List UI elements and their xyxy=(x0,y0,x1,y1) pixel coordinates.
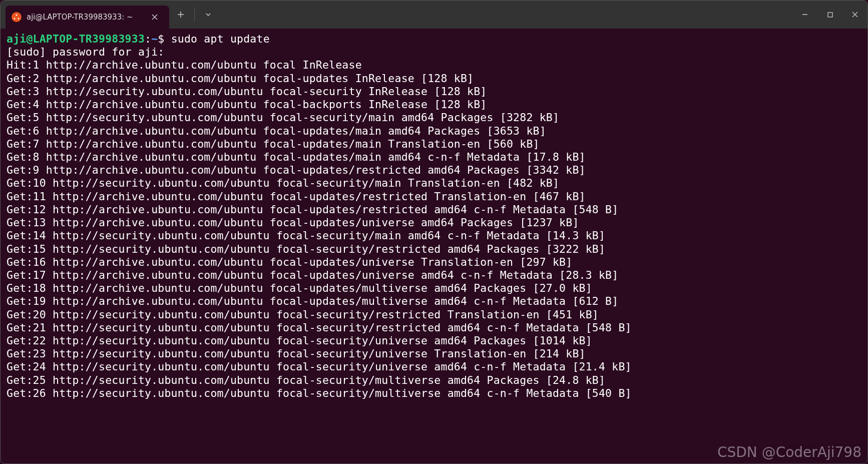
prompt-path: ~ xyxy=(151,33,158,45)
output-line: Hit:1 http://archive.ubuntu.com/ubuntu f… xyxy=(7,59,862,72)
terminal-output[interactable]: aji@LAPTOP-TR39983933:~$ sudo apt update… xyxy=(1,29,867,463)
output-line: Get:7 http://archive.ubuntu.com/ubuntu f… xyxy=(7,138,862,151)
output-line: [sudo] password for aji: xyxy=(7,46,862,59)
output-line: Get:5 http://security.ubuntu.com/ubuntu … xyxy=(7,111,862,124)
close-button[interactable] xyxy=(842,1,867,29)
new-tab-button[interactable] xyxy=(169,1,192,29)
output-line: Get:8 http://archive.ubuntu.com/ubuntu f… xyxy=(7,151,862,164)
svg-point-1 xyxy=(14,18,16,20)
output-line: Get:11 http://archive.ubuntu.com/ubuntu … xyxy=(7,190,862,203)
minimize-button[interactable] xyxy=(792,1,817,29)
output-line: Get:25 http://security.ubuntu.com/ubuntu… xyxy=(7,374,862,387)
titlebar-drag-area[interactable] xyxy=(220,1,792,29)
output-line: Get:16 http://archive.ubuntu.com/ubuntu … xyxy=(7,256,862,269)
prompt-colon: : xyxy=(145,33,151,45)
output-line: Get:22 http://security.ubuntu.com/ubuntu… xyxy=(7,334,862,347)
prompt-line: aji@LAPTOP-TR39983933:~$ sudo apt update xyxy=(7,33,862,46)
output-line: Get:12 http://archive.ubuntu.com/ubuntu … xyxy=(7,203,862,216)
maximize-button[interactable] xyxy=(817,1,842,29)
ubuntu-icon xyxy=(12,12,22,22)
output-line: Get:2 http://archive.ubuntu.com/ubuntu f… xyxy=(7,72,862,85)
output-line: Get:18 http://archive.ubuntu.com/ubuntu … xyxy=(7,282,862,295)
output-line: Get:20 http://security.ubuntu.com/ubuntu… xyxy=(7,308,862,321)
output-line: Get:21 http://security.ubuntu.com/ubuntu… xyxy=(7,321,862,334)
output-line: Get:4 http://archive.ubuntu.com/ubuntu f… xyxy=(7,98,862,111)
prompt-host: @LAPTOP-TR39983933 xyxy=(26,33,145,45)
output-line: Get:24 http://security.ubuntu.com/ubuntu… xyxy=(7,360,862,373)
tab-active[interactable]: aji@LAPTOP-TR39983933: ~ xyxy=(6,6,169,29)
prompt-user: aji xyxy=(7,33,26,45)
separator xyxy=(194,8,195,22)
output-line: Get:9 http://archive.ubuntu.com/ubuntu f… xyxy=(7,164,862,177)
titlebar: aji@LAPTOP-TR39983933: ~ xyxy=(1,1,867,29)
output-line: Get:26 http://security.ubuntu.com/ubuntu… xyxy=(7,387,862,400)
svg-point-2 xyxy=(18,18,20,20)
output-line: Get:10 http://security.ubuntu.com/ubuntu… xyxy=(7,177,862,190)
tab-dropdown-button[interactable] xyxy=(197,1,220,29)
svg-point-0 xyxy=(16,15,18,16)
output-line: Get:13 http://archive.ubuntu.com/ubuntu … xyxy=(7,216,862,229)
tab-close-button[interactable] xyxy=(148,11,161,24)
output-line: Get:19 http://archive.ubuntu.com/ubuntu … xyxy=(7,295,862,308)
prompt-command: sudo apt update xyxy=(171,33,270,45)
svg-rect-3 xyxy=(828,13,832,17)
output-line: Get:3 http://security.ubuntu.com/ubuntu … xyxy=(7,85,862,98)
tab-title: aji@LAPTOP-TR39983933: ~ xyxy=(27,13,133,22)
output-line: Get:14 http://security.ubuntu.com/ubuntu… xyxy=(7,229,862,242)
prompt-dollar: $ xyxy=(158,33,171,45)
output-line: Get:15 http://security.ubuntu.com/ubuntu… xyxy=(7,243,862,256)
output-line: Get:6 http://archive.ubuntu.com/ubuntu f… xyxy=(7,125,862,138)
output-line: Get:23 http://security.ubuntu.com/ubuntu… xyxy=(7,347,862,360)
output-line: Get:17 http://archive.ubuntu.com/ubuntu … xyxy=(7,269,862,282)
